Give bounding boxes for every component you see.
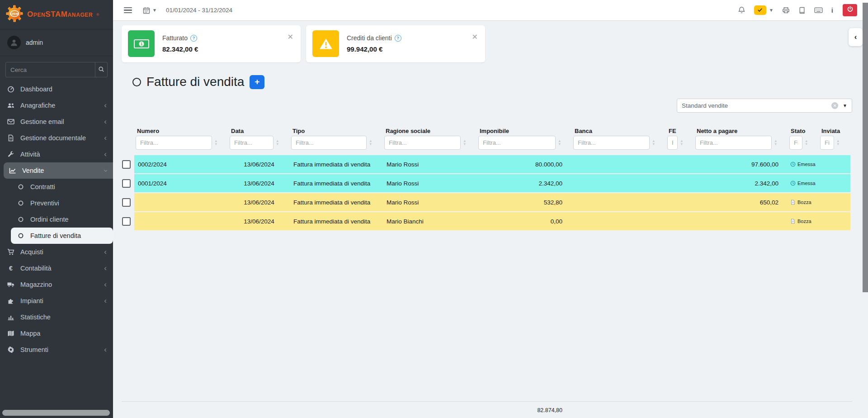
sort-arrows-icon[interactable]: ▲▼ <box>652 140 655 146</box>
card-crediti[interactable]: Crediti da clienti? 99.942,00 € ✕ <box>306 25 485 62</box>
column-header-fe[interactable]: FE <box>666 128 694 134</box>
sidebar-item-strumenti[interactable]: Strumenti‹ <box>0 342 113 358</box>
keyboard-shortcuts-icon[interactable] <box>814 7 823 13</box>
sidebar-item-fatture-di-vendita[interactable]: Fatture di vendita <box>11 228 113 244</box>
sidebar-item-gestione-documentale[interactable]: Gestione documentale‹ <box>0 130 113 146</box>
table-row[interactable]: 0002/202413/06/2024Fattura immediata di … <box>122 155 852 173</box>
filter-input-numero[interactable] <box>136 136 212 150</box>
column-header-banca[interactable]: Banca <box>572 128 666 134</box>
app-logo[interactable]: OSM OpenSTAManager® <box>0 0 113 29</box>
card-fatturato[interactable]: 1 Fatturato? 82.342,00 € ✕ <box>122 25 301 62</box>
sidebar-item-magazzino[interactable]: Magazzino‹ <box>0 276 113 293</box>
print-icon[interactable] <box>782 6 790 14</box>
sort-arrows-icon[interactable]: ▲▼ <box>836 140 840 146</box>
collapse-panel-button[interactable]: ‹ <box>849 28 863 46</box>
sidebar-horizontal-scrollbar[interactable] <box>2 410 110 416</box>
sort-arrows-icon[interactable]: ▲▼ <box>680 140 683 146</box>
sidebar-item-acquisti[interactable]: Acquisti‹ <box>0 244 113 260</box>
sidebar-item-label: Statistiche <box>20 314 51 321</box>
sidebar-item-contabilit[interactable]: €Contabilità‹ <box>0 260 113 276</box>
filter-input-imponibile[interactable] <box>478 136 556 150</box>
sidebar-item-statistiche[interactable]: Statistiche <box>0 309 113 325</box>
clear-icon[interactable]: ✕ <box>831 102 838 109</box>
menu-toggle-icon[interactable] <box>124 7 132 13</box>
sort-arrows-icon[interactable]: ▲▼ <box>214 140 217 146</box>
sidebar-item-impianti[interactable]: Impianti‹ <box>0 293 113 309</box>
sort-arrows-icon[interactable]: ▲▼ <box>558 140 561 146</box>
column-header-data[interactable]: Data <box>228 128 290 134</box>
filter-input-netto-a-pagare[interactable] <box>695 136 772 150</box>
date-range[interactable]: 01/01/2024 - 31/12/2024 <box>166 7 232 14</box>
card-value: 82.342,00 € <box>162 45 198 53</box>
logout-power-button[interactable] <box>843 4 857 16</box>
sort-arrows-icon[interactable]: ▲▼ <box>463 140 466 146</box>
power-icon <box>847 6 854 14</box>
sidebar-item-attivit[interactable]: Attività‹ <box>0 146 113 162</box>
cell-banca <box>572 193 666 211</box>
filter-input-stato[interactable] <box>789 136 802 150</box>
cell-fe <box>666 212 694 230</box>
column-header-imponibile[interactable]: Imponibile <box>477 128 572 134</box>
caret-down-icon[interactable]: ▼ <box>769 8 774 13</box>
row-checkbox[interactable] <box>122 179 131 188</box>
sidebar-item-dashboard[interactable]: Dashboard <box>0 81 113 97</box>
cell-data: 13/06/2024 <box>228 212 290 230</box>
notifications-bell-icon[interactable] <box>738 6 745 14</box>
dashboard-icon <box>6 86 15 93</box>
filter-input-banca[interactable] <box>573 136 650 150</box>
row-checkbox[interactable] <box>122 198 131 207</box>
views-select[interactable]: Standard vendite ✕ ▼ <box>677 99 852 113</box>
row-checkbox[interactable] <box>122 160 131 169</box>
sort-arrows-icon[interactable]: ▲▼ <box>276 140 279 146</box>
sidebar-item-ordini-cliente[interactable]: Ordini cliente <box>0 211 113 228</box>
search-button[interactable] <box>95 62 107 77</box>
filter-input-ragione-sociale[interactable] <box>384 136 461 150</box>
column-header-inviata[interactable]: Inviata <box>819 128 850 134</box>
sidebar-item-vendite[interactable]: Vendite‹ <box>4 162 113 179</box>
sidebar-item-preventivi[interactable]: Preventivi <box>0 195 113 211</box>
column-header-numero[interactable]: Numero <box>134 128 228 134</box>
card-close-icon[interactable]: ✕ <box>472 33 478 41</box>
sidebar-item-anagrafiche[interactable]: Anagrafiche‹ <box>0 97 113 114</box>
column-header-netto-a-pagare[interactable]: Netto a pagare <box>694 128 788 134</box>
sidebar-item-contratti[interactable]: Contratti <box>0 179 113 195</box>
card-close-icon[interactable]: ✕ <box>288 33 293 41</box>
sort-arrows-icon[interactable]: ▲▼ <box>774 140 777 146</box>
chevron-icon: ‹ <box>104 346 107 353</box>
docs-book-icon[interactable] <box>798 7 806 14</box>
draft-file-icon <box>790 200 796 205</box>
tasks-check-button[interactable] <box>754 5 766 15</box>
column-header-tipo[interactable]: Tipo <box>290 128 383 134</box>
filter-input-fe[interactable] <box>667 136 678 150</box>
table-filters: ▲▼▲▼▲▼▲▼▲▼▲▼▲▼▲▼▲▼▲▼ <box>122 136 852 150</box>
svg-text:1: 1 <box>140 42 142 46</box>
filter-input-tipo[interactable] <box>291 136 367 150</box>
sort-arrows-icon[interactable]: ▲▼ <box>805 140 808 146</box>
filter-input-inviata[interactable] <box>820 136 834 150</box>
info-icon[interactable]: i <box>831 6 833 14</box>
user-panel[interactable]: admin <box>0 29 113 56</box>
table-row[interactable]: 13/06/2024Fattura immediata di venditaMa… <box>122 212 852 230</box>
cell-imponibile: 0,00 <box>477 212 572 230</box>
column-header-ragione-sociale[interactable]: Ragione sociale <box>383 128 477 134</box>
help-icon[interactable]: ? <box>190 35 197 42</box>
sidebar-item-mappa[interactable]: Mappa <box>0 325 113 342</box>
vertical-scrollbar[interactable] <box>863 3 868 292</box>
add-invoice-button[interactable]: + <box>250 75 264 89</box>
column-header-stato[interactable]: Stato <box>788 128 819 134</box>
table-row[interactable]: 13/06/2024Fattura immediata di venditaMa… <box>122 193 852 211</box>
cell-inviata <box>819 212 850 230</box>
filter-input-data[interactable] <box>230 136 274 150</box>
truck-icon <box>6 281 15 288</box>
row-checkbox[interactable] <box>122 217 131 226</box>
table-row[interactable]: 0001/202413/06/2024Fattura immediata di … <box>122 174 852 192</box>
views-select-value: Standard vendite <box>682 102 728 109</box>
sidebar-item-gestione-email[interactable]: Gestione email‹ <box>0 114 113 130</box>
status-label: Bozza <box>797 200 811 205</box>
sort-arrows-icon[interactable]: ▲▼ <box>369 140 372 146</box>
search-input[interactable] <box>6 62 95 77</box>
cell-ragione-sociale: Mario Bianchi <box>383 212 477 230</box>
period-picker[interactable]: ▼ <box>143 7 157 14</box>
sidebar-item-label: Mappa <box>20 330 40 337</box>
help-icon[interactable]: ? <box>395 35 401 42</box>
